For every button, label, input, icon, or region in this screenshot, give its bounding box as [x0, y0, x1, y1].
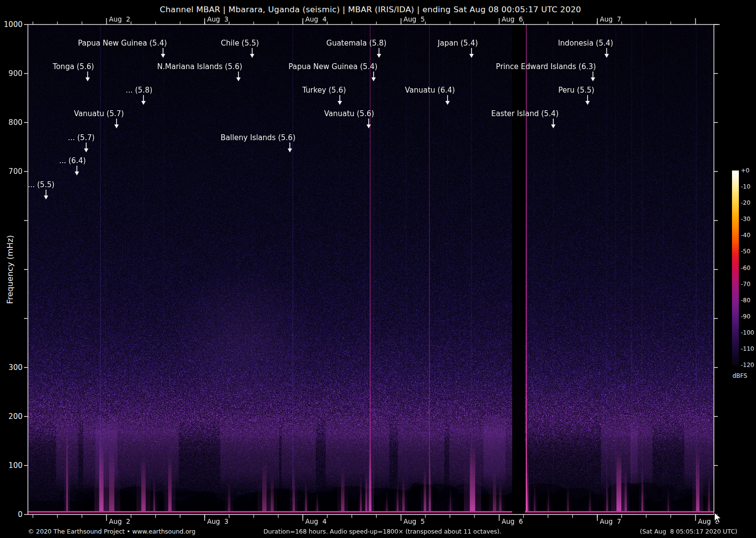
x-tick-label-top: Aug 6: [502, 15, 523, 24]
event-label: Vanuatu (5.7): [1, 109, 197, 119]
spectrogram-plot: Papua New Guinea (5.4)Chile (5.5)Guatema…: [28, 24, 714, 514]
event-arrow-icon: [470, 54, 474, 58]
colorbar-tick-label: -10: [741, 183, 756, 191]
colorbar-tick-label: -30: [741, 215, 756, 223]
colorbar-tick-label: -70: [741, 280, 756, 288]
event-arrows-layer: [28, 24, 714, 514]
colorbar: [732, 171, 739, 365]
x-tick-label-top: Aug 3: [207, 15, 229, 24]
event-annotations: Papua New Guinea (5.4)Chile (5.5)Guatema…: [28, 24, 714, 514]
x-tick-label-top: Aug 5: [403, 15, 425, 24]
x-tick-label-bottom: Aug 3: [207, 517, 229, 526]
colorbar-unit-label: dBFS: [732, 372, 756, 380]
page-title: Channel MBAR | Mbarara, Uganda (seismic)…: [0, 5, 741, 14]
event-label: ... (5.8): [41, 85, 237, 95]
event-arrow-icon: [586, 101, 590, 105]
event-label: Easter Island (5.4): [427, 109, 623, 119]
event-arrow-icon: [446, 101, 450, 105]
y-axis-title: Frequency (mHz): [4, 191, 16, 348]
event-arrow-icon: [250, 54, 255, 58]
event-arrow-icon: [44, 196, 48, 199]
event-arrow-icon: [591, 77, 595, 81]
event-label: Prince Edward Islands (6.3): [448, 62, 644, 72]
x-tick-label-top: Aug 7: [600, 15, 621, 24]
y-tick-label: 100: [0, 461, 23, 470]
colorbar-tick-label: -110: [741, 345, 756, 353]
colorbar-tick-label: -40: [741, 231, 756, 239]
event-arrow-icon: [236, 77, 241, 81]
event-arrow-icon: [161, 54, 165, 58]
mouse-cursor-icon: [714, 512, 726, 526]
event-label: Indonesia (5.4): [488, 38, 684, 48]
footer-timestamp: (Sat Aug 8 05:05:17 2020 UTC): [539, 527, 737, 536]
event-arrow-icon: [551, 124, 556, 128]
colorbar-tick-label: -100: [741, 329, 756, 337]
event-arrow-icon: [605, 54, 609, 58]
y-tick-label: 0: [0, 510, 23, 519]
y-tick-label: 200: [0, 412, 23, 421]
event-arrow-icon: [367, 124, 371, 128]
y-tick-label: 800: [0, 118, 23, 127]
spectrogram-viewer: Channel MBAR | Mbarara, Uganda (seismic)…: [0, 0, 756, 538]
x-tick-label-bottom: Aug 2: [109, 517, 131, 526]
event-label: ... (5.7): [0, 133, 179, 143]
event-arrow-icon: [84, 148, 89, 152]
colorbar-tick-label: -50: [741, 247, 756, 255]
colorbar-tick-label: -90: [741, 313, 756, 320]
event-arrow-icon: [338, 101, 342, 105]
y-tick-label: 900: [0, 69, 23, 78]
x-tick-label-bottom: Aug 4: [306, 517, 327, 526]
x-tick-label-bottom: Aug 6: [502, 517, 523, 526]
colorbar-tick-label: -20: [741, 199, 756, 207]
event-arrow-icon: [75, 171, 79, 175]
y-tick-label: 700: [0, 167, 23, 176]
colorbar-tick-label: +0: [741, 167, 756, 174]
y-tick-label: 300: [0, 363, 23, 372]
event-arrow-icon: [115, 124, 119, 128]
event-arrow-icon: [372, 77, 376, 81]
event-arrow-icon: [377, 54, 381, 58]
event-arrow-icon: [86, 77, 90, 81]
x-tick-label-bottom: Aug 5: [403, 517, 425, 526]
event-label: ... (6.4): [0, 156, 170, 166]
colorbar-tick-label: -80: [741, 296, 756, 304]
x-tick-label-bottom: Aug 7: [600, 517, 621, 526]
event-arrow-icon: [142, 101, 146, 105]
colorbar-tick-label: -120: [741, 361, 756, 369]
x-tick-label-top: Aug 2: [109, 15, 131, 24]
footer-duration: Duration=168 hours. Audio speed-up=1800×…: [226, 527, 539, 536]
event-arrow-icon: [288, 148, 292, 152]
event-label: Balleny Islands (5.6): [160, 133, 356, 143]
event-label: Vanuatu (5.6): [251, 109, 447, 119]
event-label: Peru (5.5): [478, 85, 674, 95]
x-tick-label-top: Aug 4: [306, 15, 327, 24]
colorbar-tick-label: -60: [741, 264, 756, 272]
event-label: Papua New Guinea (5.4): [235, 62, 431, 72]
y-tick-label: 1000: [0, 20, 23, 29]
event-label: ... (5.5): [0, 180, 139, 190]
footer-copyright: © 2020 The Earthsound Project • www.eart…: [28, 527, 195, 536]
